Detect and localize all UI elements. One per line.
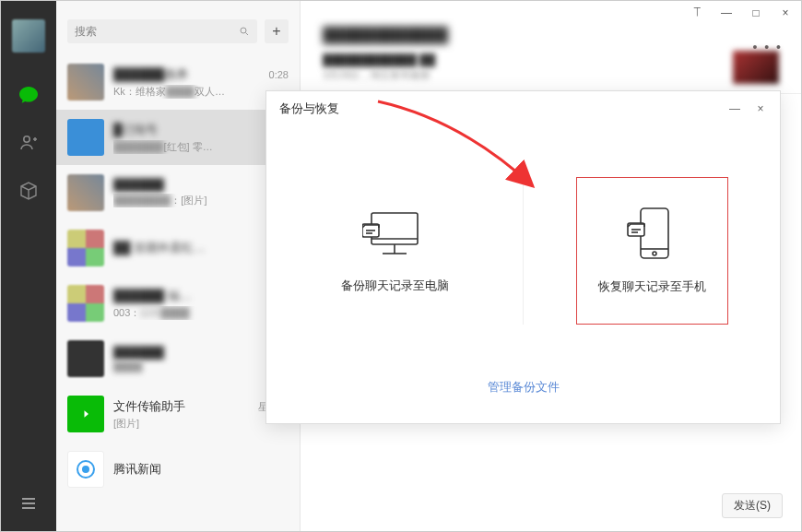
chat-icon[interactable]: [16, 82, 41, 108]
manage-backup-link[interactable]: 管理备份文件: [266, 379, 780, 396]
favorites-icon[interactable]: [16, 178, 41, 204]
modal-minimize[interactable]: —: [728, 102, 741, 115]
chat-item[interactable]: ██████ 福… 003：回答████: [56, 276, 300, 331]
restore-to-phone-option[interactable]: 恢复聊天记录至手机: [524, 126, 780, 375]
chat-item[interactable]: ██ 首团外卖红…: [56, 220, 300, 276]
preview-thumb: [733, 51, 779, 84]
chat-item[interactable]: ██████ ████: [56, 331, 300, 386]
modal-close[interactable]: ×: [754, 102, 767, 115]
svg-point-0: [24, 136, 29, 142]
chat-avatar: [67, 285, 104, 322]
minimize-button[interactable]: —: [720, 6, 733, 19]
close-button[interactable]: ×: [779, 6, 792, 19]
svg-line-7: [246, 33, 249, 36]
svg-point-9: [82, 466, 89, 473]
search-icon: [239, 26, 250, 37]
send-button[interactable]: 发送(S): [722, 493, 783, 518]
chat-list: ██████惠券0:28 Kk：维格家████双人… █订阅号 ███████[…: [56, 54, 300, 531]
chat-avatar: [67, 119, 104, 156]
chat-title: ████████████: [323, 27, 448, 43]
phone-icon: [626, 207, 678, 262]
user-avatar[interactable]: [12, 19, 45, 53]
chat-avatar: [67, 174, 104, 211]
chat-sidebar: 搜索 + ██████惠券0:28 Kk：维格家████双人… █订阅号 ███…: [56, 1, 301, 531]
svg-point-19: [653, 252, 656, 255]
backup-label: 备份聊天记录至电脑: [341, 278, 449, 294]
chat-avatar: [67, 396, 104, 432]
chat-avatar: [67, 451, 104, 488]
chat-item[interactable]: ██████惠券0:28 Kk：维格家████双人…: [56, 54, 300, 110]
new-chat-button[interactable]: +: [265, 19, 289, 43]
chat-item[interactable]: █订阅号 ███████[红包] 零…: [56, 110, 300, 165]
window-controls: ⟙ — □ ×: [690, 6, 792, 19]
contacts-icon[interactable]: [16, 130, 41, 156]
chat-avatar: [67, 340, 104, 377]
modal-title: 备份与恢复: [279, 100, 339, 117]
pin-button[interactable]: ⟙: [690, 6, 703, 19]
search-placeholder: 搜索: [75, 24, 97, 40]
restore-label: 恢复聊天记录至手机: [598, 278, 706, 295]
chat-avatar: [67, 64, 104, 100]
backup-restore-modal: 备份与恢复 — × 备份聊天记录至电脑: [265, 90, 781, 424]
computer-icon: [362, 207, 427, 261]
backup-to-pc-option[interactable]: 备份聊天记录至电脑: [266, 126, 523, 375]
svg-point-6: [241, 28, 246, 33]
menu-icon[interactable]: [16, 491, 41, 516]
chat-item[interactable]: 腾讯新闻: [56, 442, 300, 497]
chat-avatar: [67, 230, 104, 266]
chat-item[interactable]: ██████ ████████：[图片]: [56, 165, 300, 220]
nav-rail: [1, 1, 56, 531]
maximize-button[interactable]: □: [749, 6, 762, 19]
chat-item[interactable]: 文件传输助手星期… [图片]: [56, 386, 300, 442]
search-input[interactable]: 搜索: [67, 19, 257, 43]
